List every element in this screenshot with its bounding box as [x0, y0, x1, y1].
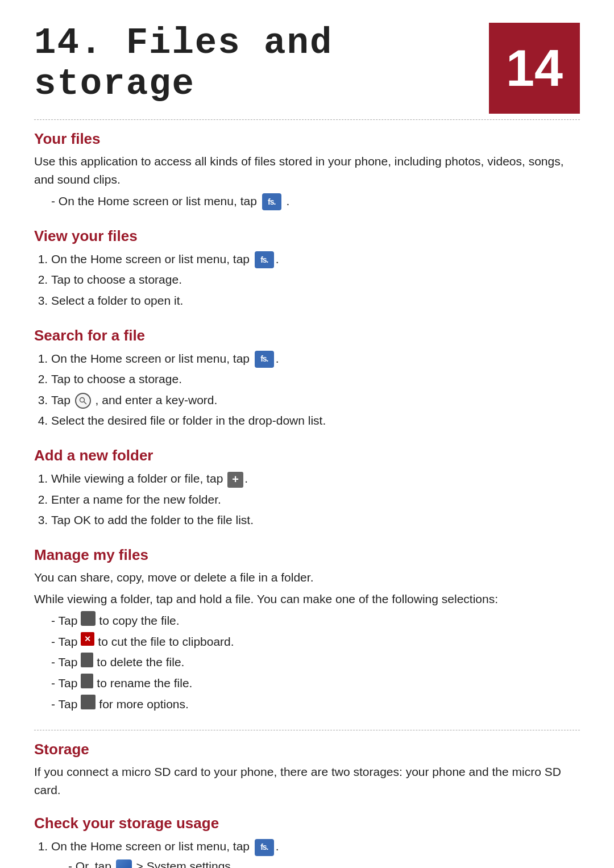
page-header: 14. Files and storage 14 — [34, 23, 580, 114]
section-storage: Storage If you connect a micro SD card t… — [34, 741, 580, 799]
files-icon-1: fs. — [255, 251, 274, 268]
storage-description: If you connect a micro SD card to your p… — [34, 763, 580, 799]
search-step2: Tap to choose a storage. — [51, 369, 580, 389]
add-folder-step1: While viewing a folder or file, tap +. — [51, 469, 580, 489]
svg-line-1 — [84, 402, 86, 405]
search-step4: Select the desired file or folder in the… — [51, 411, 580, 431]
check-storage-heading: Check your storage usage — [34, 815, 580, 832]
check-storage-step1-sub: - Or, tap > System settings. — [68, 857, 580, 868]
section-check-storage: Check your storage usage On the Home scr… — [34, 815, 580, 868]
view-files-step1: On the Home screen or list menu, tap fs.… — [51, 250, 580, 269]
add-folder-step3: Tap OK to add the folder to the file lis… — [51, 510, 580, 530]
chapter-badge: 14 — [489, 23, 580, 114]
copy-icon — [81, 611, 96, 626]
manage-desc1: You can share, copy, move or delete a fi… — [34, 568, 580, 587]
view-files-step3: Select a folder to open it. — [51, 291, 580, 311]
view-files-heading: View your files — [34, 227, 580, 245]
files-icon-3: fs. — [255, 839, 274, 856]
add-folder-steps: While viewing a folder or file, tap +. E… — [51, 469, 580, 530]
files-icon-2: fs. — [255, 351, 274, 368]
search-step1: On the Home screen or list menu, tap fs.… — [51, 349, 580, 369]
settings-icon-1 — [116, 859, 132, 868]
mid-divider — [34, 730, 580, 730]
manage-bullets: - Tap to copy the file. - Tap ✕ to cut t… — [51, 611, 580, 714]
manage-files-heading: Manage my files — [34, 546, 580, 564]
section-manage-files: Manage my files You can share, copy, mov… — [34, 546, 580, 714]
add-folder-step2: Enter a name for the new folder. — [51, 490, 580, 510]
manage-bullet5: - Tap for more options. — [51, 695, 580, 715]
your-files-description: Use this application to access all kinds… — [34, 152, 580, 188]
files-app-icon: fs. — [262, 193, 281, 210]
delete-icon — [81, 653, 93, 667]
manage-desc2: While viewing a folder, tap and hold a f… — [34, 590, 580, 608]
section-view-files: View your files On the Home screen or li… — [34, 227, 580, 311]
search-step3: Tap , and enter a key-word. — [51, 391, 580, 410]
header-divider — [34, 119, 580, 120]
section-your-files: Your files Use this application to acces… — [34, 130, 580, 211]
section-add-folder: Add a new folder While viewing a folder … — [34, 447, 580, 530]
page-title: 14. Files and storage — [34, 23, 489, 105]
search-file-heading: Search for a file — [34, 327, 580, 344]
svg-point-0 — [80, 398, 84, 402]
search-file-steps: On the Home screen or list menu, tap fs.… — [51, 349, 580, 431]
view-files-steps: On the Home screen or list menu, tap fs.… — [51, 250, 580, 311]
rename-icon — [81, 674, 93, 688]
manage-bullet3: - Tap to delete the file. — [51, 653, 580, 672]
search-icon — [75, 393, 91, 409]
add-folder-heading: Add a new folder — [34, 447, 580, 464]
your-files-heading: Your files — [34, 130, 580, 148]
cut-icon: ✕ — [81, 632, 94, 646]
more-icon — [81, 695, 96, 709]
view-files-step2: Tap to choose a storage. — [51, 270, 580, 290]
plus-icon: + — [227, 472, 243, 488]
manage-bullet2: - Tap ✕ to cut the file to clipboard. — [51, 632, 580, 652]
check-storage-step1: On the Home screen or list menu, tap fs.… — [51, 837, 580, 868]
storage-heading: Storage — [34, 741, 580, 758]
check-storage-steps: On the Home screen or list menu, tap fs.… — [51, 837, 580, 868]
manage-bullet1: - Tap to copy the file. — [51, 611, 580, 631]
your-files-step1-text: - On the Home screen or list menu, tap — [51, 194, 260, 207]
section-search-file: Search for a file On the Home screen or … — [34, 327, 580, 431]
manage-bullet4: - Tap to rename the file. — [51, 674, 580, 693]
your-files-step1: - On the Home screen or list menu, tap f… — [51, 192, 580, 211]
